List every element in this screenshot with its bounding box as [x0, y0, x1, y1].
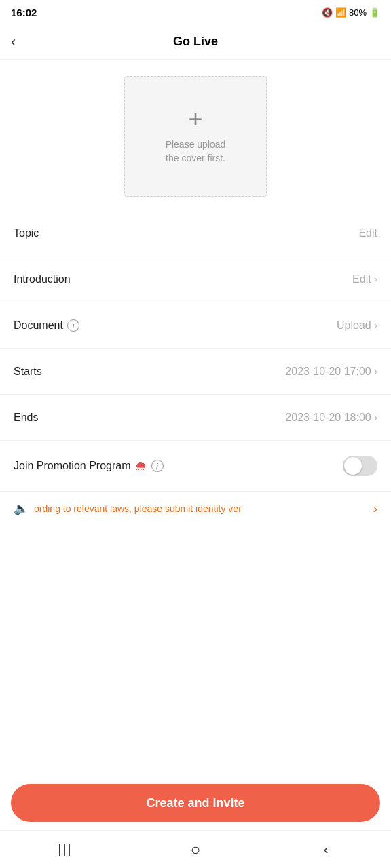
- status-icons: 🔇 📶 80% 🔋: [322, 7, 380, 18]
- menu-icon: |||: [58, 842, 73, 857]
- promotion-label: Join Promotion Program 🌧 i: [14, 459, 164, 473]
- home-icon: ○: [191, 840, 201, 859]
- topic-row[interactable]: Topic Edit: [0, 210, 391, 256]
- content-spacer: [0, 526, 391, 648]
- battery-icon: 🔋: [369, 7, 380, 18]
- warning-banner[interactable]: 🔈 ording to relevant laws, please submit…: [0, 492, 391, 526]
- document-label: Document i: [14, 319, 79, 332]
- introduction-edit-text: Edit: [352, 273, 371, 285]
- status-bar: 16:02 🔇 📶 80% 🔋: [0, 0, 391, 24]
- status-time: 16:02: [11, 7, 37, 18]
- content-area: + Please uploadthe cover first. Topic Ed…: [0, 60, 391, 776]
- document-row[interactable]: Document i Upload ›: [0, 302, 391, 349]
- ends-chevron-icon: ›: [374, 412, 377, 424]
- create-button-wrapper: Create and Invite: [0, 776, 391, 830]
- nav-back-button[interactable]: ‹: [305, 836, 346, 863]
- ends-label: Ends: [14, 412, 38, 424]
- nav-home-button[interactable]: ○: [175, 836, 216, 863]
- starts-chevron-icon: ›: [374, 366, 377, 378]
- ends-value[interactable]: 2023-10-20 18:00 ›: [285, 412, 377, 424]
- back-nav-icon: ‹: [324, 842, 329, 857]
- promotion-info-icon: i: [151, 460, 164, 472]
- create-and-invite-button[interactable]: Create and Invite: [11, 784, 380, 822]
- plus-icon: +: [188, 107, 202, 132]
- ends-datetime: 2023-10-20 18:00: [285, 412, 371, 424]
- promotion-toggle[interactable]: [343, 456, 377, 476]
- ends-row[interactable]: Ends 2023-10-20 18:00 ›: [0, 395, 391, 441]
- document-upload[interactable]: Upload ›: [337, 319, 377, 332]
- warning-content: 🔈 ording to relevant laws, please submit…: [14, 501, 373, 516]
- promotion-row: Join Promotion Program 🌧 i: [0, 441, 391, 492]
- introduction-chevron-icon: ›: [374, 273, 377, 285]
- warning-speaker-icon: 🔈: [14, 501, 29, 516]
- starts-label: Starts: [14, 366, 42, 378]
- cover-upload-section: + Please uploadthe cover first.: [0, 60, 391, 210]
- starts-datetime: 2023-10-20 17:00: [285, 366, 371, 378]
- cloud-icon: 🌧: [135, 459, 147, 473]
- topic-label: Topic: [14, 227, 39, 239]
- topic-edit-text: Edit: [358, 227, 377, 239]
- nav-menu-button[interactable]: |||: [45, 836, 86, 863]
- warning-text: ording to relevant laws, please submit i…: [34, 503, 242, 514]
- page-title: Go Live: [173, 35, 218, 49]
- header: ‹ Go Live: [0, 24, 391, 60]
- introduction-row[interactable]: Introduction Edit ›: [0, 256, 391, 302]
- promotion-text: Join Promotion Program: [14, 460, 131, 472]
- introduction-edit[interactable]: Edit ›: [352, 273, 377, 285]
- starts-row[interactable]: Starts 2023-10-20 17:00 ›: [0, 349, 391, 395]
- cover-upload-button[interactable]: + Please uploadthe cover first.: [124, 76, 267, 197]
- toggle-switch[interactable]: [343, 456, 377, 476]
- topic-edit[interactable]: Edit: [358, 227, 377, 239]
- back-button[interactable]: ‹: [11, 33, 16, 51]
- wifi-icon: 📶: [335, 7, 346, 18]
- cover-upload-label: Please uploadthe cover first.: [166, 138, 226, 165]
- toggle-knob: [344, 457, 362, 475]
- starts-value[interactable]: 2023-10-20 17:00 ›: [285, 366, 377, 378]
- battery-text: 80%: [349, 7, 367, 18]
- introduction-label: Introduction: [14, 273, 71, 285]
- document-upload-text: Upload: [337, 319, 371, 332]
- nav-bar: ||| ○ ‹: [0, 830, 391, 868]
- mute-icon: 🔇: [322, 7, 333, 18]
- document-chevron-icon: ›: [374, 319, 377, 332]
- warning-chevron-icon: ›: [373, 502, 377, 516]
- document-info-icon: i: [67, 319, 79, 332]
